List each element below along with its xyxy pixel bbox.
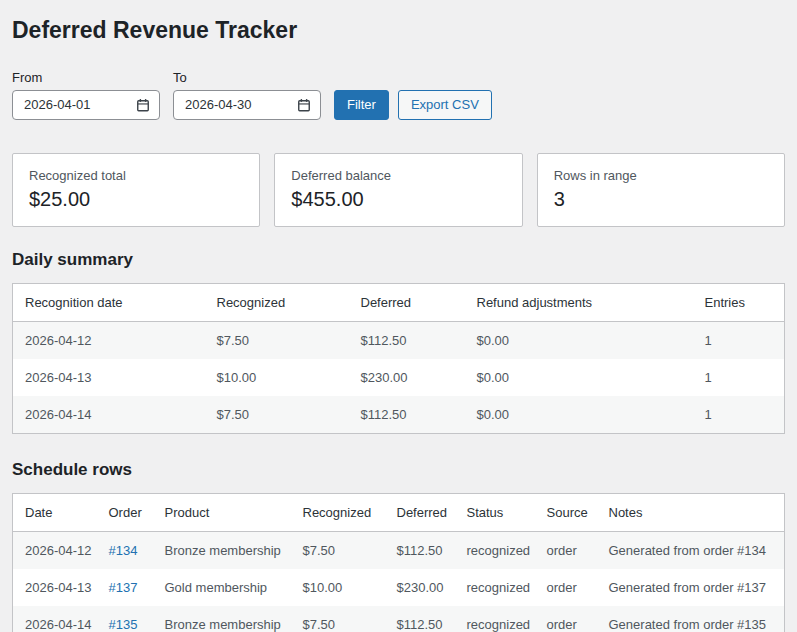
calendar-icon[interactable] xyxy=(136,98,150,112)
to-date-input[interactable]: 2026-04-30 xyxy=(173,90,321,120)
export-csv-button[interactable]: Export CSV xyxy=(398,90,492,120)
cell-source: order xyxy=(537,531,599,569)
from-date-value: 2026-04-01 xyxy=(24,97,91,112)
to-date-field: To 2026-04-30 xyxy=(173,70,321,120)
order-link[interactable]: #137 xyxy=(109,580,138,595)
column-header-recognized: Recognized xyxy=(207,283,351,321)
cell-entries: 1 xyxy=(695,396,785,434)
cell-deferred: $230.00 xyxy=(351,359,467,396)
card-label: Deferred balance xyxy=(291,168,505,183)
cell-status: recognized xyxy=(457,569,537,606)
page-title: Deferred Revenue Tracker xyxy=(12,12,785,46)
cell-recognized: $10.00 xyxy=(293,569,387,606)
card-recognized-total: Recognized total $25.00 xyxy=(12,153,260,227)
cell-source: order xyxy=(537,606,599,632)
column-header-date: Date xyxy=(13,493,99,531)
cell-notes: Generated from order #137 xyxy=(599,569,785,606)
stat-cards: Recognized total $25.00 Deferred balance… xyxy=(12,153,785,227)
cell-recognized: $7.50 xyxy=(207,321,351,359)
cell-deferred: $112.50 xyxy=(351,396,467,434)
card-deferred-balance: Deferred balance $455.00 xyxy=(274,153,522,227)
cell-date: 2026-04-13 xyxy=(13,569,99,606)
column-header-entries: Entries xyxy=(695,283,785,321)
column-header-deferred: Deferred xyxy=(351,283,467,321)
table-row: 2026-04-13 $10.00 $230.00 $0.00 1 xyxy=(13,359,785,396)
cell-deferred: $112.50 xyxy=(387,606,457,632)
cell-date: 2026-04-12 xyxy=(13,531,99,569)
page: Deferred Revenue Tracker From 2026-04-01… xyxy=(12,12,785,632)
card-rows-in-range: Rows in range 3 xyxy=(537,153,785,227)
table-row: 2026-04-14 $7.50 $112.50 $0.00 1 xyxy=(13,396,785,434)
card-label: Recognized total xyxy=(29,168,243,183)
cell-deferred: $112.50 xyxy=(351,321,467,359)
cell-entries: 1 xyxy=(695,321,785,359)
column-header-recognized: Recognized xyxy=(293,493,387,531)
cell-refund-adjustments: $0.00 xyxy=(467,396,695,434)
column-header-status: Status xyxy=(457,493,537,531)
table-header-row: Date Order Product Recognized Deferred S… xyxy=(13,493,785,531)
table-row: 2026-04-13 #137 Gold membership $10.00 $… xyxy=(13,569,785,606)
table-row: 2026-04-14 #135 Bronze membership $7.50 … xyxy=(13,606,785,632)
from-date-input[interactable]: 2026-04-01 xyxy=(12,90,160,120)
cell-product: Gold membership xyxy=(155,569,293,606)
filter-button[interactable]: Filter xyxy=(334,90,389,120)
cell-recognition-date: 2026-04-13 xyxy=(13,359,207,396)
column-header-order: Order xyxy=(99,493,155,531)
schedule-rows-heading: Schedule rows xyxy=(12,460,785,480)
cell-recognition-date: 2026-04-14 xyxy=(13,396,207,434)
cell-date: 2026-04-14 xyxy=(13,606,99,632)
cell-entries: 1 xyxy=(695,359,785,396)
cell-order: #134 xyxy=(99,531,155,569)
from-label: From xyxy=(12,70,160,85)
cell-recognized: $7.50 xyxy=(293,531,387,569)
column-header-notes: Notes xyxy=(599,493,785,531)
card-value: 3 xyxy=(554,188,768,211)
cell-notes: Generated from order #134 xyxy=(599,531,785,569)
cell-recognized: $10.00 xyxy=(207,359,351,396)
column-header-deferred: Deferred xyxy=(387,493,457,531)
column-header-source: Source xyxy=(537,493,599,531)
cell-refund-adjustments: $0.00 xyxy=(467,321,695,359)
schedule-rows-table: Date Order Product Recognized Deferred S… xyxy=(12,493,785,632)
cell-order: #137 xyxy=(99,569,155,606)
order-link[interactable]: #134 xyxy=(109,543,138,558)
cell-order: #135 xyxy=(99,606,155,632)
cell-product: Bronze membership xyxy=(155,606,293,632)
to-date-value: 2026-04-30 xyxy=(185,97,252,112)
daily-summary-table: Recognition date Recognized Deferred Ref… xyxy=(12,283,785,434)
table-row: 2026-04-12 $7.50 $112.50 $0.00 1 xyxy=(13,321,785,359)
cell-deferred: $112.50 xyxy=(387,531,457,569)
table-header-row: Recognition date Recognized Deferred Ref… xyxy=(13,283,785,321)
daily-summary-heading: Daily summary xyxy=(12,250,785,270)
column-header-product: Product xyxy=(155,493,293,531)
column-header-refund-adjustments: Refund adjustments xyxy=(467,283,695,321)
filter-bar: From 2026-04-01 To 2026-04-30 xyxy=(12,70,785,120)
to-label: To xyxy=(173,70,321,85)
cell-source: order xyxy=(537,569,599,606)
cell-recognized: $7.50 xyxy=(293,606,387,632)
calendar-icon[interactable] xyxy=(297,98,311,112)
cell-refund-adjustments: $0.00 xyxy=(467,359,695,396)
cell-notes: Generated from order #135 xyxy=(599,606,785,632)
column-header-recognition-date: Recognition date xyxy=(13,283,207,321)
cell-status: recognized xyxy=(457,531,537,569)
cell-deferred: $230.00 xyxy=(387,569,457,606)
cell-status: recognized xyxy=(457,606,537,632)
cell-recognized: $7.50 xyxy=(207,396,351,434)
table-row: 2026-04-12 #134 Bronze membership $7.50 … xyxy=(13,531,785,569)
cell-recognition-date: 2026-04-12 xyxy=(13,321,207,359)
card-value: $25.00 xyxy=(29,188,243,211)
card-label: Rows in range xyxy=(554,168,768,183)
from-date-field: From 2026-04-01 xyxy=(12,70,160,120)
card-value: $455.00 xyxy=(291,188,505,211)
order-link[interactable]: #135 xyxy=(109,617,138,632)
cell-product: Bronze membership xyxy=(155,531,293,569)
